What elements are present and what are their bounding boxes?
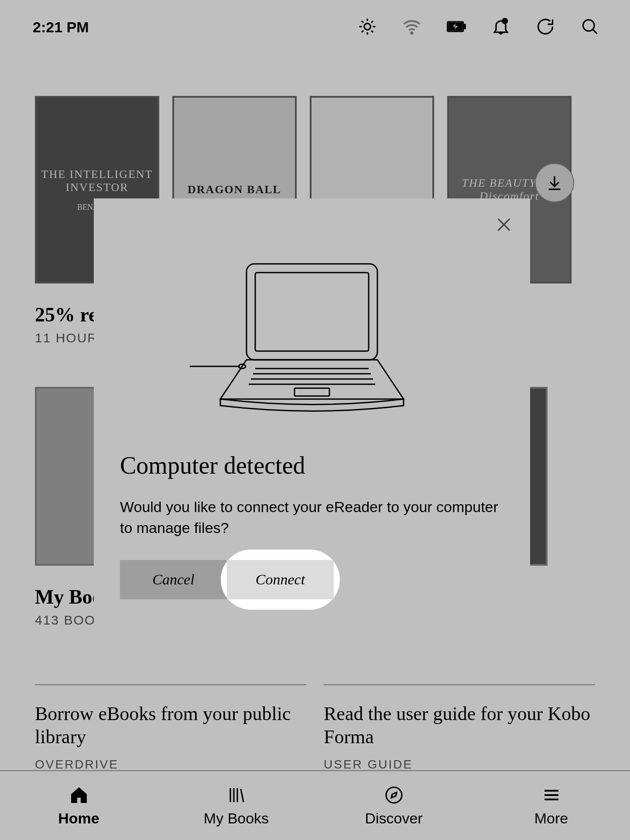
notification-bell-icon[interactable] [491,17,510,38]
svg-line-15 [592,29,597,34]
tip-user-guide[interactable]: Read the user guide for your Kobo Forma … [324,684,595,772]
download-icon[interactable] [535,163,574,202]
connect-button[interactable]: Connect [227,560,334,599]
battery-charging-icon [447,17,466,38]
nav-label: More [534,810,568,827]
svg-point-9 [411,32,413,34]
status-time: 2:21 PM [33,19,89,36]
svg-point-13 [503,18,507,23]
nav-label: My Books [204,810,269,827]
computer-detected-dialog: Computer detected Would you like to conn… [94,198,530,630]
svg-line-8 [371,20,373,22]
nav-label: Discover [365,810,422,827]
bottom-nav: Home My Books Discover More [0,770,630,840]
close-icon[interactable] [495,216,513,235]
tip-title: Read the user guide for your Kobo Forma [324,703,595,749]
book-cover[interactable] [35,387,96,566]
svg-point-20 [386,787,402,803]
svg-line-19 [241,789,243,802]
laptop-icon [120,260,504,417]
svg-point-14 [583,20,594,31]
svg-rect-35 [294,388,329,396]
svg-point-0 [364,23,371,30]
svg-line-5 [362,20,363,22]
svg-line-6 [371,31,373,32]
nav-label: Home [58,810,99,827]
book-title: THE INTELLIGENT INVESTOR [41,168,153,194]
sync-icon[interactable] [536,17,555,38]
book-title: DRAGON BALL [188,183,281,196]
svg-line-7 [362,31,363,32]
search-icon[interactable] [580,17,599,38]
nav-home[interactable]: Home [0,771,158,840]
tip-subtitle: OVERDRIVE [35,758,306,772]
dialog-buttons: Cancel Connect [120,560,504,599]
nav-more[interactable]: More [472,771,630,840]
svg-rect-28 [255,273,369,351]
tip-overdrive[interactable]: Borrow eBooks from your public library O… [35,684,306,772]
nav-my-books[interactable]: My Books [158,771,315,840]
svg-rect-27 [247,264,377,360]
svg-rect-11 [464,24,465,28]
status-icons [358,17,599,38]
svg-marker-21 [391,792,397,798]
tip-subtitle: USER GUIDE [324,758,595,772]
tip-title: Borrow eBooks from your public library [35,703,306,749]
dialog-title: Computer detected [120,451,504,479]
wifi-icon[interactable] [402,17,421,38]
tips-row: Borrow eBooks from your public library O… [35,684,595,772]
cancel-button[interactable]: Cancel [120,560,227,599]
brightness-icon[interactable] [358,17,377,38]
dialog-body: Would you like to connect your eReader t… [120,497,504,538]
status-bar: 2:21 PM [0,0,630,55]
nav-discover[interactable]: Discover [315,771,472,840]
